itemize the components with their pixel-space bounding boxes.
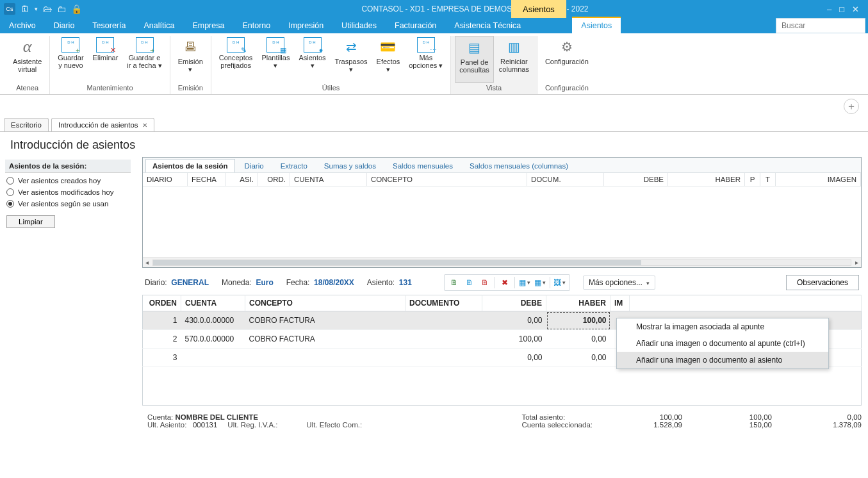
tab-escritorio[interactable]: Escritorio xyxy=(4,118,49,131)
col-header[interactable]: HABER xyxy=(546,295,610,311)
tab-introduccion-asientos[interactable]: Introducción de asientos ✕ xyxy=(51,118,154,131)
ribbon-group-label: Emisión xyxy=(178,83,203,94)
col-header[interactable]: DOCUM. xyxy=(527,173,604,186)
doc-icon[interactable]: 🗎 xyxy=(464,277,475,288)
ctx-add-image-asiento[interactable]: Añadir una imagen o documento al asiento xyxy=(617,352,828,368)
scroll-track[interactable] xyxy=(152,260,851,266)
grid2-icon[interactable]: ▦ xyxy=(534,277,546,288)
col-header[interactable]: CUENTA xyxy=(290,173,367,186)
col-header[interactable]: ORD. xyxy=(258,173,290,186)
cell-orden: 2 xyxy=(143,330,181,349)
conceptos-prefijados-button[interactable]: ✎ Conceptos prefijados xyxy=(215,36,257,83)
doc-add-icon[interactable]: 🗎 xyxy=(448,277,460,288)
moneda-value[interactable]: Euro xyxy=(256,278,273,287)
ctx-add-image-apunte[interactable]: Añadir una imagen o documento al apunte … xyxy=(617,335,828,352)
configuracion-button[interactable]: ⚙ Configuración xyxy=(541,36,593,83)
itab-diario[interactable]: Diario xyxy=(238,159,271,172)
efectos-button[interactable]: 💳 Efectos ▾ xyxy=(373,36,404,83)
asiento-value[interactable]: 131 xyxy=(399,278,412,287)
menu-asientos[interactable]: Asientos xyxy=(572,17,621,33)
maximize-button[interactable]: □ xyxy=(839,4,844,14)
emision-button[interactable]: 🖶 Emisión ▾ xyxy=(174,36,207,83)
horizontal-scrollbar[interactable]: ◂ ▸ xyxy=(143,257,861,267)
itab-smenscol[interactable]: Saldos mensuales (columnas) xyxy=(463,159,575,172)
itab-sesion[interactable]: Asientos de la sesión xyxy=(145,159,235,172)
folder-icon[interactable]: 🗀 xyxy=(57,4,66,14)
menu-empresa[interactable]: Empresa xyxy=(183,18,233,33)
close-icon[interactable]: ✕ xyxy=(142,122,147,129)
ult-asiento-value: 000131 xyxy=(193,421,217,429)
col-header[interactable]: IM xyxy=(610,295,630,311)
search-input[interactable] xyxy=(780,21,861,31)
col-header[interactable]: CUENTA xyxy=(181,295,245,311)
itab-smensual[interactable]: Saldos mensuales xyxy=(386,159,460,172)
limpiar-button[interactable]: Limpiar xyxy=(6,215,55,228)
col-header[interactable]: IMAGEN xyxy=(776,173,861,186)
dropdown-icon[interactable]: ▾ xyxy=(35,6,38,12)
minimize-button[interactable]: – xyxy=(827,4,831,14)
add-tab-button[interactable]: ＋ xyxy=(844,99,859,114)
col-header[interactable]: DIARIO xyxy=(143,173,188,186)
col-header[interactable]: DEBE xyxy=(604,173,668,186)
cell-haber-selected[interactable]: 100,00 xyxy=(546,311,610,330)
mas-opciones-button[interactable]: ⋯ Más opciones ▾ xyxy=(405,36,446,83)
fecha-value[interactable]: 18/08/20XX xyxy=(314,278,354,287)
asientos-button[interactable]: ● Asientos ▾ xyxy=(295,36,329,83)
grid1-icon[interactable]: ▦ xyxy=(519,277,530,288)
itab-sumas[interactable]: Sumas y saldos xyxy=(317,159,383,172)
panel-consultas-button[interactable]: ▤ Panel de consultas xyxy=(455,36,493,83)
col-header[interactable]: DOCUMENTO xyxy=(405,295,482,311)
folder-open-icon[interactable]: 🗁 xyxy=(43,4,52,14)
swap-icon: ⇄ xyxy=(340,37,362,56)
radio-modificados-hoy[interactable]: Ver asientos modificados hoy xyxy=(6,188,129,196)
rbtn-label: Guardar e xyxy=(129,54,161,62)
scroll-left-icon[interactable]: ◂ xyxy=(145,259,149,266)
menu-entorno[interactable]: Entorno xyxy=(233,18,279,33)
close-button[interactable]: ✕ xyxy=(852,4,859,14)
col-header[interactable]: DEBE xyxy=(482,295,546,311)
scroll-right-icon[interactable]: ▸ xyxy=(855,259,858,266)
menu-asistencia[interactable]: Asistencia Técnica xyxy=(445,18,530,33)
observaciones-button[interactable]: Observaciones xyxy=(786,275,859,290)
itab-extracto[interactable]: Extracto xyxy=(274,159,315,172)
reiniciar-columnas-button[interactable]: ▥ Reiniciar columnas xyxy=(495,36,533,83)
menu-utilidades[interactable]: Utilidades xyxy=(332,18,386,33)
row-delete-icon[interactable]: ✖ xyxy=(499,277,511,288)
col-header[interactable]: CONCEPTO xyxy=(367,173,527,186)
col-header[interactable]: T xyxy=(760,173,776,186)
doc-remove-icon[interactable]: 🗎 xyxy=(479,277,491,288)
context-tab-asientos[interactable]: Asientos xyxy=(511,0,566,18)
diario-value[interactable]: GENERAL xyxy=(171,278,209,287)
radio-segun-usan[interactable]: Ver asientos según se usan xyxy=(6,200,129,208)
image-menu-icon[interactable]: 🖼 xyxy=(554,277,566,288)
menu-archivo[interactable]: Archivo xyxy=(0,18,45,33)
guardar-y-nuevo-button[interactable]: ＋ Guardar y nuevo xyxy=(54,36,87,83)
more-options-dropdown[interactable]: Más opciones... xyxy=(583,276,655,290)
calendar-icon[interactable]: 🗓 xyxy=(20,4,29,14)
search-box[interactable] xyxy=(776,18,865,33)
col-header[interactable]: HABER xyxy=(668,173,745,186)
col-header[interactable]: ORDEN xyxy=(143,295,181,311)
asistente-virtual-button[interactable]: α Asistente virtual xyxy=(9,36,45,83)
menu-analitica[interactable]: Analítica xyxy=(135,18,183,33)
menu-facturacion[interactable]: Facturación xyxy=(386,18,445,33)
scroll-thumb[interactable] xyxy=(153,260,641,265)
ctx-show-image[interactable]: Mostrar la imagen asociada al apunte xyxy=(617,318,828,335)
lock-icon[interactable]: 🔒 xyxy=(71,4,82,14)
col-header[interactable]: FECHA xyxy=(188,173,226,186)
col-header[interactable]: ASI. xyxy=(226,173,258,186)
traspasos-button[interactable]: ⇄ Traspasos ▾ xyxy=(331,36,372,83)
menu-impresion[interactable]: Impresión xyxy=(279,18,332,33)
label: Fecha: xyxy=(286,278,310,287)
session-grid-body[interactable] xyxy=(143,186,861,257)
guardar-ir-fecha-button[interactable]: ＋ Guardar e ir a fecha ▾ xyxy=(123,36,165,83)
radio-icon xyxy=(6,188,14,196)
plantillas-button[interactable]: ▦ Plantillas ▾ xyxy=(258,36,293,83)
menu-tesoreria[interactable]: Tesorería xyxy=(83,18,135,33)
col-header[interactable]: P xyxy=(745,173,760,186)
eliminar-button[interactable]: ✕ Eliminar xyxy=(89,36,122,83)
radio-creados-hoy[interactable]: Ver asientos creados hoy xyxy=(6,177,129,185)
col-header[interactable]: CONCEPTO xyxy=(245,295,405,311)
menu-diario[interactable]: Diario xyxy=(45,18,84,33)
rbtn-label: Emisión xyxy=(178,58,203,65)
